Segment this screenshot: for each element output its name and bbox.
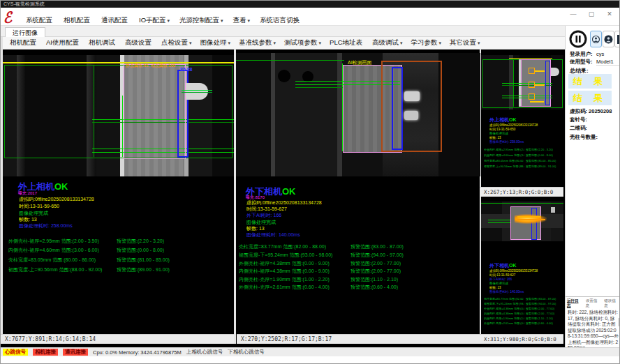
ai-region-label: AI检测画面 [348,59,372,66]
mini-barcode: 虚拟码:0ffline20250208133134728 [489,123,559,127]
tool-spot-check[interactable]: 点检设置▾ [161,38,192,47]
mini-result-title: 外上相机OK [489,116,517,123]
laser-line-yellow [509,58,552,59]
mini-ai-elapsed: 外下AI耗时: 166 [489,278,559,281]
log-tab-run[interactable]: 运行日志 [567,298,582,308]
feature-box-orange [529,68,535,74]
mini-done: 图像处理完成 [489,132,559,135]
fixture-hole [278,70,290,82]
pause-button[interactable] [569,30,587,48]
mini-measure-warn: 预警范围:(0.60 - 4.00) [526,321,562,325]
tool-test-params[interactable]: 测试项参数▾ [284,38,321,47]
tool-ai-config[interactable]: AI使用配置 [46,38,80,47]
app-status-bar: 心跳信号 相机连接 通讯连接 Cpu: 0.0% Memory: 3424.41… [1,347,620,356]
roi-rect-blue [531,208,537,240]
log-tab-errors[interactable]: 错误信息 [604,298,619,308]
measurement-row: 内侧壳柱-裙厚=4.60mm 范围:(3.00 - 6.00) [8,247,99,254]
menu-camera-config[interactable]: 相机配置 [64,16,91,24]
measurement-warn: 预警范围:(2.20 - 3.20) [117,238,164,245]
qrcode-label: 二维码: [570,125,587,132]
window-title: CYS-视觉检测系统 [3,1,45,6]
measure-line-green [182,92,212,93]
menu-language-switch[interactable]: 系统语言切换 [260,16,301,24]
feature-box-orange [529,82,535,88]
user-mode-button[interactable] [590,31,602,47]
tool-plc-table[interactable]: PLC地址表 [330,38,364,47]
measurement-row: 外侧壳柱-裙厚=2.95mm 范围:(2.00 - 3.50) [8,238,99,245]
scene-band [438,53,480,176]
upper-camera-heartbeat-text: 上相机心跳信号 [186,349,223,356]
minimize-icon[interactable]: — [569,10,577,17]
mini-barcode: 虚拟码:0ffline20250208133134728 [489,269,559,273]
measurement-row: 壳柱宽度=83.77mm 范围:(82.00 - 88.00) [239,243,326,250]
menu-view[interactable]: 查看▾ [233,16,251,24]
login-user-label: 登录用户: [570,51,593,58]
tool-other-settings[interactable]: 其它设置▾ [450,38,480,47]
mini-measure-row: 壳柱宽度=83.77mm 范围:(82.00 - 88.00) [484,297,524,301]
bright-part [404,111,418,120]
menu-bar: ℰ 系统配置 相机配置 通讯配置 IO手配置▾ 光源控制配置▾ 查看▾ 系统语言… [1,8,620,26]
mini-time: 时间:13-31-59-627 [489,273,559,277]
measure-line-green [94,65,94,157]
camera-panel-lower: AI检测画面 外下相机OK 曝光:8170 虚拟码:0ffline2025020… [236,50,480,344]
exit-icon [616,34,620,45]
mini-time: 时间:13-31-59-650 [489,128,559,131]
tool-camera-config[interactable]: 相机配置 [10,38,38,47]
mini-measure-row: 内侧壳柱-裙厚=4.60mm 范围:(3.00 - 6.00) [484,153,524,157]
user-icon [592,35,600,44]
mini-measure-row: 裙围宽度-上=90.56mm 范围:(88.00 - 92.00) [484,165,524,168]
measurement-row: 裙围宽度-下=95.24mm 范围:(93.00 - 98.00) [239,252,332,259]
toolbar: 相机配置 AI使用配置 相机调试 高级设置 点检设置▾ 图像处理▾ 基准线参数▾… [1,37,565,50]
mini-elapsed: 图像处理耗时: 140.00ms [489,290,559,294]
measurement-warn: 预警范围:(89.00 - 91.00) [117,266,170,273]
shell-count-label: 壳柱号数量: [570,134,598,141]
result-ok-badge: OK [282,186,296,197]
connector-part [186,83,208,100]
roi-rect-green [4,65,232,158]
mini-upper-image-view[interactable] [481,55,563,109]
tool-advanced-debug[interactable]: 高级调试▾ [372,38,403,47]
mini-measure-warn: 预警范围:(83.00 - 87.00) [526,297,562,301]
menu-system-config[interactable]: 系统配置 [26,16,54,24]
blue-measure-value: 85.88 [180,67,193,72]
right-sidebar: 登录用户: cys 使用型号: Model1 总结果: 结 果 结 果 虚拟码:… [565,26,620,347]
tool-learning-params[interactable]: 学习参数▾ [411,38,442,47]
mini-done: 图像处理完成 [489,282,559,285]
mini-measure-warn: 预警范围:(2.00 - 77.00) [526,312,562,315]
tool-camera-debug[interactable]: 相机调试 [89,38,117,47]
virtual-code-value: 虚拟码: 20250208 [570,108,612,115]
feature-box-orange [529,93,535,100]
heartbeat-badge: 心跳信号 [3,349,28,356]
tool-advanced-settings[interactable]: 高级设置 [125,38,153,47]
lower-camera-image-view[interactable]: AI检测画面 [236,53,480,176]
cpu-memory-text: Cpu: 0.0% Memory: 3424.41796875M [93,349,182,356]
mini-panel-upper: 外上相机OK 虚拟码:0ffline20250208133134728 时间:1… [481,50,563,197]
model-value[interactable]: Model1 [596,59,620,66]
exit-button[interactable] [614,31,620,47]
log-text: 耗时: 222, 脉络检测耗时: 17, 脉络分离耗时: 0, 脉络提取分离耗时… [566,309,620,352]
upper-camera-image-view[interactable]: 85.88 静态阈值:93, 动态阈值:100 [3,55,234,176]
mini-lower-image-view[interactable] [481,202,563,241]
camera-panel-upper: 85.88 静态阈值:93, 动态阈值:100 外上相机OK 曝光:2017 虚… [3,50,234,344]
connector-part [551,68,559,76]
measurement-warn: 预警范围:(0.60 - 4.00) [350,284,398,291]
lower-camera-heartbeat-text: 下相机心跳信号 [228,349,265,356]
tool-image-processing[interactable]: 图像处理▾ [200,38,231,47]
menu-light-config[interactable]: 光源控制配置▾ [179,16,223,24]
measurement-warn: 预警范围:(94.00 - 97.00) [350,252,404,259]
log-tab-settings[interactable]: 设置信息 [586,298,601,308]
tab-run-image[interactable]: 运行图像 [5,27,45,38]
mini-measure-warn: 预警范围:(0.00 - 8.00) [526,153,562,157]
menu-io-config[interactable]: IO手配置▾ [139,16,170,24]
maximize-icon[interactable]: ▢ [587,10,596,17]
measurement-row: 壳柱宽度=83.05mm 范围:(80.00 - 86.00) [8,257,96,264]
brand-logo-icon: ℰ [2,8,22,26]
mini-result-title: 外下相机OK [489,262,517,269]
operator-button[interactable] [603,31,614,47]
close-icon[interactable]: ✕ [605,10,614,17]
measurement-warn: 预警范围:(2.00 - 77.00) [350,260,401,267]
tool-baseline-params[interactable]: 基准线参数▾ [239,38,276,47]
measure-line-green [295,87,343,88]
menu-comm-config[interactable]: 通讯配置 [101,16,129,24]
mini-measure-warn: 预警范围:(2.00 - 77.00) [526,307,562,310]
